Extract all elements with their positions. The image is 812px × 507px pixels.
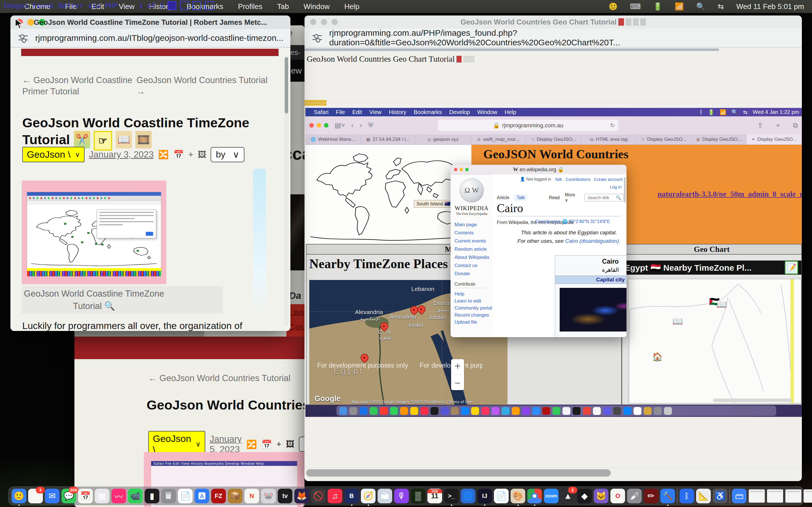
dock-icon[interactable]: ♿ (713, 489, 727, 503)
cairo-night-photo (560, 288, 626, 332)
shuffle-icon[interactable]: 🔀 (158, 150, 168, 159)
dock-icon[interactable]: 🏔 (377, 489, 392, 503)
dock-icon[interactable]: 📄 (494, 489, 509, 503)
right-url-bar[interactable]: rjmprogramming.com.au/PHP/images_found.p… (305, 29, 802, 48)
battery-icon[interactable]: 🔋 (653, 2, 662, 11)
url-text[interactable]: rjmprogramming.com.au/PHP/images_found.p… (329, 28, 802, 47)
url-text[interactable]: rjmprogramming.com.au/ITblog/geojson-wor… (35, 33, 283, 43)
dock-icon[interactable]: 🖌 (627, 489, 642, 503)
menu-item[interactable]: Tab (277, 2, 289, 11)
dock-icon[interactable]: O (610, 489, 625, 503)
menu-item: Edit (352, 109, 362, 115)
dock-icon[interactable]: 🦊 (294, 489, 309, 503)
dock-icon[interactable]: 📅 (78, 489, 93, 503)
horizontal-scrollbar[interactable] (305, 467, 802, 478)
dock-icon[interactable] (785, 489, 802, 503)
dock-icon[interactable]: 🔨 (660, 489, 675, 503)
dock-icon[interactable]: ᛒ (679, 489, 694, 503)
plus-icon[interactable]: + (188, 150, 193, 159)
dock-icon[interactable]: 🅰 (195, 489, 209, 503)
dock-icon[interactable]: 🗃 (732, 489, 747, 503)
dock: 🙂 ☰ 3 ✉ 💬 209 📅 ▦ 〰 📹 (8, 487, 804, 505)
dock-icon[interactable]: tv (278, 489, 292, 503)
film-icon[interactable]: 🎞️ (135, 131, 152, 149)
post-date-link[interactable]: January 3, 2023 (89, 149, 154, 160)
lock-icon: 🔒 (493, 122, 500, 129)
by-select[interactable]: by∨ (211, 147, 244, 162)
mouse-cursor (15, 18, 26, 30)
dock-icon[interactable]: 🖩 (161, 489, 176, 503)
vertical-scrollbar[interactable] (284, 56, 289, 327)
scrollbar-thumb[interactable] (285, 57, 288, 114)
magnifier-icon[interactable]: 🔍 (104, 301, 115, 311)
dock-icon[interactable]: 11 (427, 489, 442, 503)
next-post-link[interactable]: GeoJson World Countries Tutorial → (137, 75, 270, 97)
google-logo: Google (314, 394, 341, 403)
menu-item[interactable]: Window (304, 2, 329, 11)
dock-icon[interactable]: ✉ (45, 489, 59, 503)
dock-icon[interactable] (527, 489, 542, 503)
category-select[interactable]: GeoJson \∨ (22, 147, 85, 162)
dock-icon[interactable]: 📄 (178, 489, 193, 503)
calendar-icon[interactable]: 📅 (173, 150, 184, 159)
tab-favicon: ⊘ (477, 137, 481, 142)
menu-item[interactable]: Profiles (238, 2, 262, 11)
dock-icon[interactable]: ☰ 3 (28, 489, 43, 503)
dock-icon[interactable]: N (245, 489, 259, 503)
dock-icon[interactable]: 🐭 (261, 489, 276, 503)
keyboard-icon[interactable]: ⌨ (630, 2, 641, 11)
post-thumbnail-image[interactable] (22, 180, 166, 284)
book-icon[interactable]: 📖 (116, 131, 132, 149)
dock-icon[interactable]: ▮ (145, 489, 159, 503)
new-tab-icon: + (776, 121, 780, 129)
dock-icon[interactable]: 〰 (111, 489, 126, 503)
menu-clock[interactable]: Wed 11 Feb 5:01 pm (737, 2, 804, 11)
wifi-icon[interactable]: 📶 (675, 2, 684, 11)
menu-item[interactable]: Help (344, 2, 359, 11)
prev-post-link[interactable]: ← GeoJson World Coastline Primer Tutoria… (22, 75, 137, 97)
dock-icon[interactable]: 🧭 (361, 489, 375, 503)
dock-icon[interactable]: ◆ (577, 489, 592, 503)
spotlight-icon[interactable]: 🔍 (696, 2, 705, 11)
dock-icon[interactable]: 🎙 (394, 489, 409, 503)
dock-icon[interactable]: IJ (477, 489, 492, 503)
dock-icon[interactable]: 📹 (128, 489, 143, 503)
dock-icon[interactable] (767, 489, 783, 503)
blog-page-content: ← GeoJson World Coastline Primer Tutoria… (10, 48, 290, 331)
dock-icon[interactable] (677, 489, 677, 503)
dock-icon[interactable]: ▒ (411, 489, 425, 503)
dock-icon[interactable]: ✏ (644, 489, 658, 503)
dock-icon[interactable] (749, 489, 765, 503)
dock-icon[interactable]: 🚫 (311, 489, 326, 503)
left-url-bar[interactable]: rjmprogramming.com.au/ITblog/geojson-wor… (10, 29, 290, 48)
tab-favicon: W (590, 137, 594, 142)
control-center-icon[interactable]: ⇆ (718, 2, 724, 11)
dock-icon[interactable] (729, 489, 730, 503)
dock-icon[interactable] (804, 489, 812, 503)
dock-icon[interactable]: zoom (544, 489, 559, 503)
dock-icon[interactable]: FZ (211, 489, 226, 503)
dock-icon[interactable]: 📐 (696, 489, 711, 503)
scrollbar-thumb[interactable] (306, 469, 611, 476)
dock-icon[interactable]: 🌀 (461, 489, 475, 503)
shield-icon: ⛨ (368, 121, 373, 129)
sidebar-icon: ▤˅ (335, 121, 345, 129)
dock-icon[interactable]: B (344, 489, 359, 503)
dock-icon[interactable]: 🎨 (511, 489, 525, 503)
dock-icon[interactable]: ▲ 2 (560, 489, 575, 503)
dock-icon[interactable]: 🙂 (11, 489, 26, 503)
tune-icon[interactable] (18, 34, 28, 42)
dock-icon[interactable]: 📦 (228, 489, 243, 503)
app-status-icon[interactable]: 🙂 (608, 2, 617, 11)
screenshot-dock-icon (522, 407, 530, 415)
dock-icon[interactable]: ▦ (95, 489, 109, 503)
dock-icon[interactable]: ♫ (327, 489, 342, 503)
tune-icon[interactable] (312, 34, 322, 42)
dock-icon[interactable]: >_ (444, 489, 459, 503)
watermark: For development purposes only (317, 362, 408, 369)
media-icon[interactable]: 🖼 (198, 150, 206, 159)
scissors-runner-icon[interactable]: ✂️ (74, 131, 90, 149)
dock-icon[interactable]: 🐱 (594, 489, 608, 503)
minimize-button (317, 123, 321, 128)
dock-icon[interactable]: 💬 209 (61, 489, 76, 503)
